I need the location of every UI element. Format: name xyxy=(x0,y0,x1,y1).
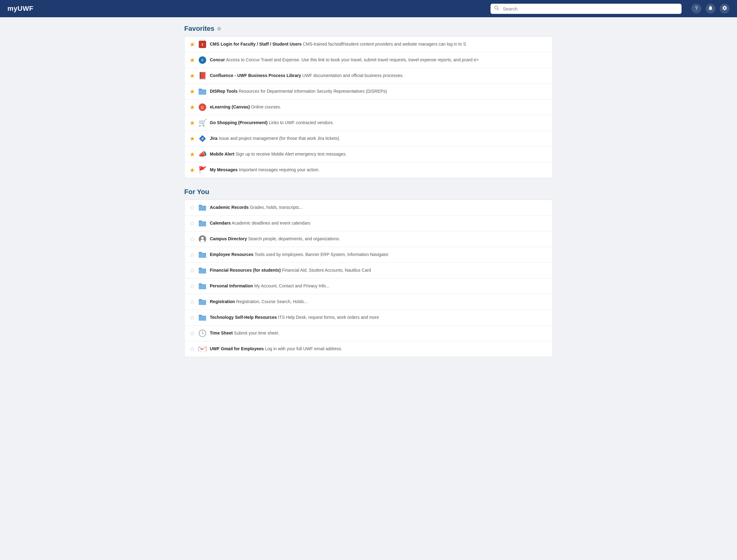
star-button[interactable]: ☆ xyxy=(189,220,195,226)
list-item: ☆ Financial Resources (for students) Fin… xyxy=(185,263,552,278)
site-logo[interactable]: myUWF xyxy=(7,5,33,13)
svg-text:⚡: ⚡ xyxy=(201,137,205,141)
item-description: Links to UWF contracted vendors. xyxy=(269,120,334,125)
item-icon xyxy=(198,87,207,96)
star-button[interactable]: ★ xyxy=(189,57,195,63)
for-you-list: ☆ Academic Records Grades, holds, transc… xyxy=(184,200,553,357)
list-item: ☆ M UWF Gmail for Employees Log in with … xyxy=(185,341,552,357)
item-text: Technology Self-Help Resources ITS Help … xyxy=(210,314,548,321)
item-name[interactable]: Financial Resources (for students) xyxy=(210,268,281,273)
item-name[interactable]: DISRep Tools xyxy=(210,89,238,94)
item-icon xyxy=(198,313,207,322)
item-text: DISRep Tools Resources for Departmental … xyxy=(210,88,548,95)
search-container xyxy=(491,4,682,14)
item-name[interactable]: My Messages xyxy=(210,167,238,172)
main-header: myUWF ? xyxy=(0,0,737,17)
star-button[interactable]: ☆ xyxy=(189,314,195,321)
item-text: Concur Access to Concur Travel and Expen… xyxy=(210,57,548,63)
header-actions: ? xyxy=(691,4,730,14)
star-button[interactable]: ★ xyxy=(189,41,195,47)
item-description: Registration, Course Search, Holds... xyxy=(236,299,307,304)
svg-rect-16 xyxy=(199,269,206,274)
list-item: ☆ Academic Records Grades, holds, transc… xyxy=(185,200,552,216)
notifications-button[interactable] xyxy=(706,4,715,14)
item-description: ITS Help Desk, request forms, work order… xyxy=(278,315,379,320)
item-name[interactable]: Personal Information xyxy=(210,283,253,288)
star-button[interactable]: ☆ xyxy=(189,346,195,352)
star-button[interactable]: ☆ xyxy=(189,330,195,336)
help-icon: ? xyxy=(695,6,698,12)
item-text: Calendars Academic deadlines and event c… xyxy=(210,220,548,226)
list-item: ★ 📕 Confluence - UWF Business Process Li… xyxy=(185,68,552,84)
favorites-gear-icon[interactable]: ⚙ xyxy=(217,26,221,32)
item-name[interactable]: Employee Resources xyxy=(210,252,254,257)
item-icon xyxy=(198,329,207,338)
star-button[interactable]: ☆ xyxy=(189,299,195,305)
star-button[interactable]: ★ xyxy=(189,136,195,142)
list-item: ★ t CMS Login for Faculty / Staff / Stud… xyxy=(185,37,552,52)
canvas-icon: C xyxy=(198,103,206,111)
item-name[interactable]: Technology Self-Help Resources xyxy=(210,315,277,320)
item-icon xyxy=(198,219,207,228)
star-button[interactable]: ★ xyxy=(189,167,195,173)
star-button[interactable]: ★ xyxy=(189,88,195,95)
item-text: Mobile Alert Sign up to receive Mobile A… xyxy=(210,151,548,157)
star-button[interactable]: ☆ xyxy=(189,283,195,289)
star-button[interactable]: ☆ xyxy=(189,205,195,211)
star-button[interactable]: ★ xyxy=(189,73,195,79)
item-name[interactable]: Confluence - UWF Business Process Librar… xyxy=(210,73,301,78)
item-name[interactable]: CMS Login for Faculty / Staff / Student … xyxy=(210,42,302,47)
star-button[interactable]: ☆ xyxy=(189,252,195,258)
search-input[interactable] xyxy=(491,4,682,14)
confluence-icon: 📕 xyxy=(198,72,207,80)
item-text: UWF Gmail for Employees Log in with your… xyxy=(210,346,548,352)
item-text: Registration Registration, Course Search… xyxy=(210,299,548,305)
settings-button[interactable] xyxy=(720,4,730,14)
item-name[interactable]: Concur xyxy=(210,57,225,62)
item-name[interactable]: UWF Gmail for Employees xyxy=(210,346,264,351)
item-text: Financial Resources (for students) Finan… xyxy=(210,267,548,274)
item-icon: t xyxy=(198,40,207,49)
item-description: Search people, departments, and organiza… xyxy=(248,236,340,241)
item-name[interactable]: Time Sheet xyxy=(210,331,233,335)
item-name[interactable]: Campus Directory xyxy=(210,236,247,241)
list-item: ★ 🛒 Go Shopping (Procurement) Links to U… xyxy=(185,115,552,131)
settings-icon xyxy=(722,5,727,12)
star-button[interactable]: ★ xyxy=(189,120,195,126)
item-icon: M xyxy=(198,345,207,353)
item-name[interactable]: Go Shopping (Procurement) xyxy=(210,120,267,125)
item-description: Access to Concur Travel and Expense. Use… xyxy=(226,57,479,62)
svg-text:C: C xyxy=(201,106,204,109)
item-icon: C xyxy=(198,103,207,112)
item-name[interactable]: Jira xyxy=(210,136,218,141)
star-button[interactable]: ★ xyxy=(189,104,195,110)
for-you-title: For You xyxy=(184,188,209,196)
item-icon xyxy=(198,282,207,290)
star-button[interactable]: ★ xyxy=(189,151,195,157)
item-text: Go Shopping (Procurement) Links to UWF c… xyxy=(210,120,548,126)
folder-icon xyxy=(198,314,206,321)
item-description: My Account, Contact and Privacy Info... xyxy=(254,283,329,288)
help-button[interactable]: ? xyxy=(691,4,701,14)
item-description: Log in with your full UWF email address. xyxy=(265,346,342,351)
item-description: Financial Aid, Student Accounts, Nautilu… xyxy=(282,268,371,273)
item-name[interactable]: Registration xyxy=(210,299,235,304)
item-description: Submit your time sheet. xyxy=(234,331,279,335)
item-description: Academic deadlines and event calendars xyxy=(232,221,310,225)
item-name[interactable]: eLearning (Canvas) xyxy=(210,104,250,109)
star-button[interactable]: ☆ xyxy=(189,267,195,274)
item-name[interactable]: Academic Records xyxy=(210,205,249,210)
star-button[interactable]: ☆ xyxy=(189,236,195,242)
list-item: ☆ Campus Directory Search people, depart… xyxy=(185,231,552,247)
item-icon xyxy=(198,203,207,212)
item-name[interactable]: Calendars xyxy=(210,221,231,225)
list-item: ★ 📣 Mobile Alert Sign up to receive Mobi… xyxy=(185,147,552,162)
item-icon: 🛒 xyxy=(198,119,207,127)
list-item: ★ C eLearning (Canvas) Online courses. xyxy=(185,99,552,115)
item-icon xyxy=(198,298,207,306)
cms-icon: t xyxy=(199,41,206,48)
svg-rect-4 xyxy=(199,90,206,95)
item-text: Academic Records Grades, holds, transcri… xyxy=(210,205,548,211)
item-name[interactable]: Mobile Alert xyxy=(210,152,234,156)
folder-icon xyxy=(198,267,206,274)
